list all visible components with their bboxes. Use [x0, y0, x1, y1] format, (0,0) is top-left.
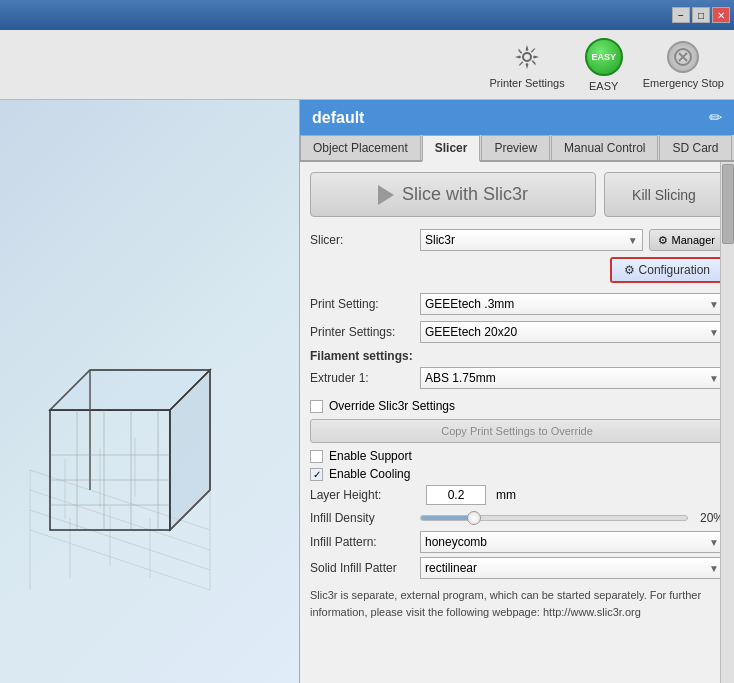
infill-pattern-label: Infill Pattern:: [310, 535, 420, 549]
maximize-button[interactable]: □: [692, 7, 710, 23]
slicer-label: Slicer:: [310, 233, 420, 247]
filament-section-header: Filament settings:: [310, 349, 724, 363]
copy-settings-button: Copy Print Settings to Override: [310, 419, 724, 443]
config-row: ⚙ Configuration: [310, 257, 724, 283]
edit-icon[interactable]: ✏: [709, 108, 722, 127]
minimize-button[interactable]: −: [672, 7, 690, 23]
emergency-stop-item[interactable]: Emergency Stop: [643, 41, 724, 89]
slicer-dropdown[interactable]: Slic3r ▼: [420, 229, 643, 251]
scrollbar[interactable]: [720, 162, 734, 683]
layer-height-label: Layer Height:: [310, 488, 420, 502]
extruder1-value: ABS 1.75mm: [425, 371, 496, 385]
manager-button[interactable]: ⚙ Manager: [649, 229, 724, 251]
enable-support-checkbox[interactable]: [310, 450, 323, 463]
solid-infill-arrow-icon: ▼: [709, 563, 719, 574]
tab-object-placement[interactable]: Object Placement: [300, 135, 421, 160]
print-setting-arrow-icon: ▼: [709, 299, 719, 310]
top-toolbar: Printer Settings EASY EASY Emergency Sto…: [0, 30, 734, 100]
printer-settings-icon: [511, 41, 543, 73]
infill-pattern-dropdown[interactable]: honeycomb ▼: [420, 531, 724, 553]
solid-infill-value: rectilinear: [425, 561, 477, 575]
enable-support-label: Enable Support: [329, 449, 412, 463]
printer-settings-dropdown[interactable]: GEEEtech 20x20 ▼: [420, 321, 724, 343]
layer-height-input[interactable]: [426, 485, 486, 505]
infill-density-row: Infill Density 20%: [310, 511, 724, 525]
infill-density-slider[interactable]: [420, 515, 688, 521]
tab-manual-control[interactable]: Manual Control: [551, 135, 658, 160]
infill-density-label: Infill Density: [310, 511, 420, 525]
kill-slicing-button[interactable]: Kill Slicing: [604, 172, 724, 217]
printer-settings-item[interactable]: Printer Settings: [489, 41, 564, 89]
slice-button[interactable]: Slice with Slic3r: [310, 172, 596, 217]
printer-settings-row: Printer Settings: GEEEtech 20x20 ▼: [310, 321, 724, 343]
profile-title: default: [312, 109, 364, 127]
emergency-stop-label: Emergency Stop: [643, 77, 724, 89]
viewport-canvas: [0, 100, 299, 683]
enable-cooling-checkbox[interactable]: ✓: [310, 468, 323, 481]
infill-pattern-value: honeycomb: [425, 535, 487, 549]
infill-pattern-row: Infill Pattern: honeycomb ▼: [310, 531, 724, 553]
print-setting-dropdown[interactable]: GEEEtech .3mm ▼: [420, 293, 724, 315]
enable-cooling-label: Enable Cooling: [329, 467, 410, 481]
slicer-content: Slice with Slic3r Kill Slicing Slicer: S…: [300, 162, 734, 683]
info-text: Slic3r is separate, external program, wh…: [310, 587, 724, 620]
easy-mode-item[interactable]: EASY EASY: [585, 38, 623, 92]
tab-slicer[interactable]: Slicer: [422, 135, 481, 162]
override-checkbox[interactable]: [310, 400, 323, 413]
printer-settings-arrow-icon: ▼: [709, 327, 719, 338]
layer-height-unit: mm: [496, 488, 516, 502]
gear-small-icon: ⚙: [658, 234, 668, 247]
printer-settings-label: Printer Settings: [489, 77, 564, 89]
svg-line-3: [30, 510, 210, 570]
easy-mode-label: EASY: [589, 80, 618, 92]
svg-line-2: [30, 530, 210, 590]
tab-preview[interactable]: Preview: [481, 135, 550, 160]
printer-settings-form-label: Printer Settings:: [310, 325, 420, 339]
kill-slicing-label: Kill Slicing: [632, 187, 696, 203]
main-layout: default ✏ Object Placement Slicer Previe…: [0, 100, 734, 683]
print-setting-row: Print Setting: GEEEtech .3mm ▼: [310, 293, 724, 315]
extruder1-label: Extruder 1:: [310, 371, 420, 385]
extruder1-arrow-icon: ▼: [709, 373, 719, 384]
print-setting-label: Print Setting:: [310, 297, 420, 311]
infill-pattern-arrow-icon: ▼: [709, 537, 719, 548]
slice-button-label: Slice with Slic3r: [402, 184, 528, 205]
solid-infill-row: Solid Infill Patter rectilinear ▼: [310, 557, 724, 579]
solid-infill-dropdown[interactable]: rectilinear ▼: [420, 557, 724, 579]
easy-mode-button[interactable]: EASY: [585, 38, 623, 76]
dropdown-arrow-icon: ▼: [628, 235, 638, 246]
profile-header: default ✏: [300, 100, 734, 135]
slicer-row: Slicer: Slic3r ▼ ⚙ Manager: [310, 229, 724, 251]
copy-settings-label: Copy Print Settings to Override: [441, 425, 593, 437]
action-buttons-row: Slice with Slic3r Kill Slicing: [310, 172, 724, 217]
play-icon: [378, 185, 394, 205]
configuration-button[interactable]: ⚙ Configuration: [610, 257, 724, 283]
settings-panel: default ✏ Object Placement Slicer Previe…: [300, 100, 734, 683]
configuration-label: Configuration: [639, 263, 710, 277]
enable-cooling-row: ✓ Enable Cooling: [310, 467, 724, 481]
emergency-icon-circle: [667, 41, 699, 73]
override-label: Override Slic3r Settings: [329, 399, 455, 413]
slider-thumb[interactable]: [467, 511, 481, 525]
slicer-value: Slic3r: [425, 233, 455, 247]
enable-support-row: Enable Support: [310, 449, 724, 463]
tab-bar: Object Placement Slicer Preview Manual C…: [300, 135, 734, 162]
manager-label: Manager: [672, 234, 715, 246]
layer-height-row: Layer Height: mm: [310, 485, 724, 505]
close-button[interactable]: ✕: [712, 7, 730, 23]
title-bar: − □ ✕: [0, 0, 734, 30]
print-setting-value: GEEEtech .3mm: [425, 297, 514, 311]
svg-point-0: [523, 53, 531, 61]
solid-infill-label: Solid Infill Patter: [310, 561, 420, 575]
tab-sd-card[interactable]: SD Card: [659, 135, 731, 160]
config-gear-icon: ⚙: [624, 263, 635, 277]
override-row: Override Slic3r Settings: [310, 399, 724, 413]
window-controls: − □ ✕: [672, 7, 730, 23]
printer-settings-form-value: GEEEtech 20x20: [425, 325, 517, 339]
scroll-thumb[interactable]: [722, 164, 734, 244]
extruder1-dropdown[interactable]: ABS 1.75mm ▼: [420, 367, 724, 389]
extruder1-row: Extruder 1: ABS 1.75mm ▼: [310, 367, 724, 389]
viewport-panel: [0, 100, 300, 683]
emergency-stop-icon: [667, 41, 699, 73]
